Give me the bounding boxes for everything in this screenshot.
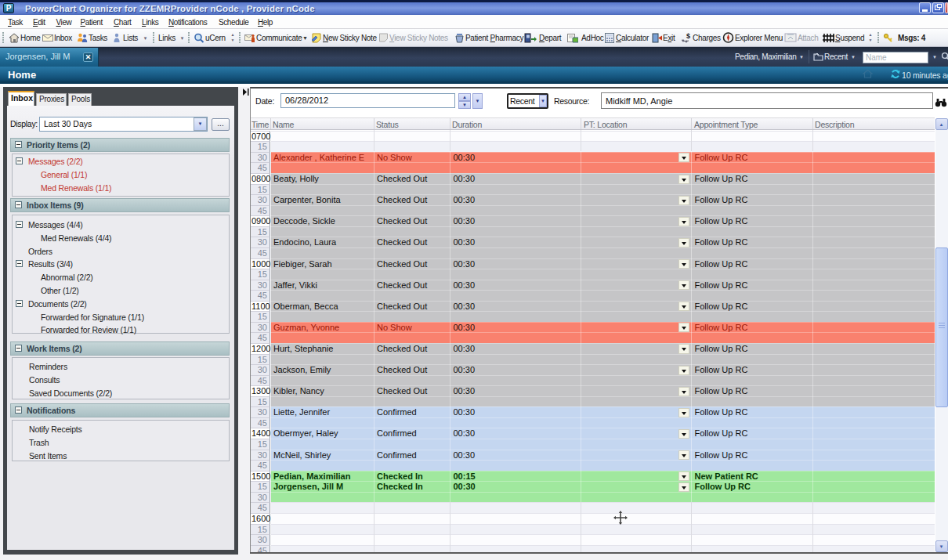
svg-text:$: $ <box>686 32 690 40</box>
